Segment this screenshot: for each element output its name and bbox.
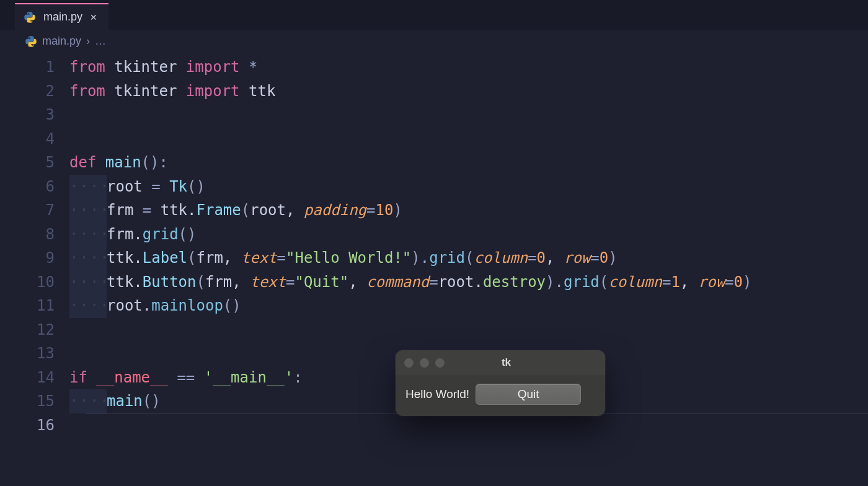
breadcrumb[interactable]: main.py › … (0, 30, 868, 53)
line-number: 7 (0, 198, 69, 223)
indent-guide: ···· (69, 270, 107, 294)
code-line[interactable]: 10 ····ttk.Button(frm, text="Quit", comm… (0, 270, 868, 294)
line-number: 14 (0, 366, 69, 390)
code-line[interactable]: 1 from tkinter import * (0, 55, 868, 79)
indent-guide: ···· (69, 294, 107, 318)
python-icon (25, 35, 37, 48)
indent-guide: ···· (69, 175, 107, 199)
code-line[interactable]: 6 ····root = Tk() (0, 175, 868, 199)
tab-main-py[interactable]: main.py ✕ (15, 3, 108, 30)
traffic-close-icon[interactable] (404, 358, 414, 368)
line-number: 10 (0, 270, 69, 294)
traffic-minimize-icon[interactable] (420, 358, 429, 368)
line-number: 15 (0, 389, 69, 413)
code-line[interactable]: 5 def main(): (0, 151, 868, 175)
traffic-lights[interactable] (404, 358, 445, 368)
tk-label: Hello World! (405, 387, 469, 401)
code-line-active[interactable]: 16 (0, 413, 868, 438)
close-icon[interactable]: ✕ (90, 12, 97, 22)
breadcrumb-file[interactable]: main.py (42, 35, 81, 48)
tk-window[interactable]: tk Hello World! Quit (396, 350, 605, 416)
line-number: 2 (0, 79, 69, 104)
code-line[interactable]: 2 from tkinter import ttk (0, 79, 868, 104)
code-line[interactable]: 7 ····frm = ttk.Frame(root, padding=10) (0, 198, 868, 223)
line-number: 11 (0, 294, 69, 318)
tk-window-title: tk (451, 356, 596, 369)
code-line[interactable]: 11 ····root.mainloop() (0, 294, 868, 318)
breadcrumb-section[interactable]: … (95, 35, 106, 48)
line-number: 13 (0, 342, 69, 366)
traffic-zoom-icon[interactable] (435, 358, 445, 368)
tk-titlebar[interactable]: tk (396, 350, 605, 375)
line-number: 3 (0, 103, 69, 127)
line-number: 12 (0, 318, 69, 342)
line-number: 6 (0, 175, 69, 199)
python-icon (24, 11, 36, 24)
indent-guide: ···· (69, 389, 107, 413)
tab-filename: main.py (43, 11, 82, 24)
chevron-right-icon: › (86, 35, 90, 48)
line-number: 9 (0, 246, 69, 270)
line-number: 1 (0, 55, 69, 79)
tk-body: Hello World! Quit (396, 375, 605, 416)
quit-button[interactable]: Quit (476, 384, 581, 405)
code-line[interactable]: 3 (0, 103, 868, 127)
line-number: 16 (0, 413, 69, 438)
line-number: 5 (0, 151, 69, 175)
code-line[interactable]: 9 ····ttk.Label(frm, text="Hello World!"… (0, 246, 868, 270)
indent-guide: ···· (69, 223, 107, 247)
code-line[interactable]: 4 (0, 127, 868, 151)
tabs-bar: main.py ✕ (0, 0, 868, 30)
indent-guide: ···· (69, 246, 107, 270)
line-number: 4 (0, 127, 69, 151)
code-line[interactable]: 12 (0, 318, 868, 342)
line-number: 8 (0, 223, 69, 247)
code-line[interactable]: 8 ····frm.grid() (0, 223, 868, 247)
indent-guide: ···· (69, 198, 107, 223)
